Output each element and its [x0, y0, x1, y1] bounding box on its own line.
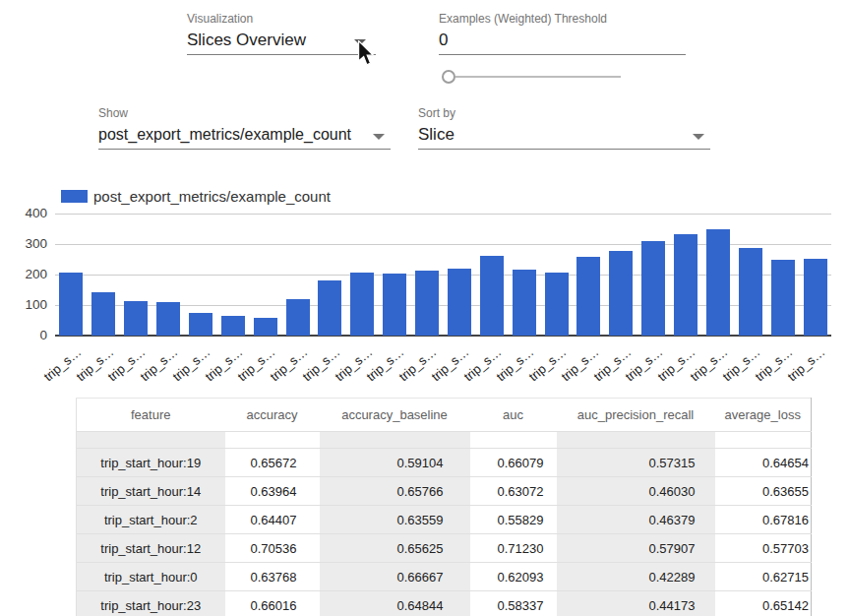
bar[interactable] [254, 318, 277, 336]
table-cell: 0.70536 [225, 534, 320, 563]
filter-cell[interactable] [557, 432, 715, 449]
table-cell: 0.64654 [715, 449, 812, 477]
bar[interactable] [221, 316, 245, 336]
y-tick-label: 0 [0, 328, 47, 343]
filter-cell[interactable] [225, 432, 320, 449]
plot-area [55, 214, 831, 336]
legend-swatch [61, 190, 88, 203]
threshold-input[interactable] [439, 30, 686, 51]
sort-by-label: Sort by [418, 106, 710, 120]
slices-overview-page: { "controls": { "visualization": { "labe… [0, 0, 849, 616]
table-cell: 0.65142 [715, 591, 812, 616]
show-value: post_export_metrics/example_count [98, 124, 391, 146]
table-row: trip_start_hour:190.656720.591040.660790… [77, 449, 812, 477]
metrics-table: featureaccuracyaccuracy_baselineaucauc_p… [76, 398, 812, 616]
slider-track[interactable] [455, 76, 621, 78]
threshold-label: Examples (Weighted) Threshold [439, 12, 686, 26]
column-header-auc: auc [470, 399, 557, 432]
bar[interactable] [706, 229, 730, 337]
table-cell: 0.66016 [225, 591, 320, 616]
bar[interactable] [91, 292, 115, 336]
bar[interactable] [739, 248, 762, 336]
visualization-label: Visualization [187, 12, 376, 26]
table-cell: 0.63768 [225, 563, 320, 591]
table-cell: trip_start_hour:14 [77, 477, 225, 506]
table-cell: 0.44173 [557, 591, 715, 616]
filter-cell[interactable] [715, 432, 812, 449]
table-cell: 0.63559 [320, 506, 470, 534]
mouse-cursor-icon [356, 40, 376, 66]
table-cell: trip_start_hour:12 [77, 534, 225, 563]
bar[interactable] [609, 251, 633, 336]
table-cell: 0.46030 [557, 477, 715, 506]
bar[interactable] [480, 256, 504, 336]
bar[interactable] [641, 241, 665, 336]
y-tick-label: 100 [0, 297, 47, 313]
bar[interactable] [513, 270, 536, 336]
filter-cell[interactable] [320, 432, 470, 449]
bar[interactable] [545, 273, 569, 336]
gridline [55, 214, 831, 215]
visualization-value: Slices Overview [187, 30, 376, 51]
table-cell: 0.62093 [470, 563, 557, 591]
table-cell: 0.66079 [470, 449, 557, 477]
show-label: Show [98, 106, 391, 120]
column-header-accuracy_baseline: accuracy_baseline [320, 399, 470, 432]
bar[interactable] [59, 273, 83, 336]
bar[interactable] [286, 299, 310, 336]
table-cell: trip_start_hour:19 [77, 449, 225, 477]
bar[interactable] [415, 271, 439, 336]
threshold-slider[interactable] [442, 69, 621, 85]
y-tick-label: 300 [0, 236, 47, 252]
bar[interactable] [189, 313, 212, 336]
table-cell: 0.57703 [715, 534, 812, 563]
table-cell: 0.46379 [557, 506, 715, 534]
bar[interactable] [383, 274, 406, 336]
table-cell: trip_start_hour:2 [77, 506, 225, 534]
bar[interactable] [771, 260, 795, 336]
table-row: trip_start_hour:20.644070.635590.558290.… [77, 506, 812, 534]
threshold-field[interactable]: Examples (Weighted) Threshold [439, 12, 686, 55]
filter-cell[interactable] [77, 432, 225, 449]
sort-by-value: Slice [418, 124, 710, 146]
y-tick-label: 400 [0, 206, 47, 221]
filter-row [77, 432, 812, 449]
bar[interactable] [318, 280, 341, 336]
bar[interactable] [124, 301, 148, 336]
table-cell: 0.63072 [470, 477, 557, 506]
table-cell: 0.64407 [225, 506, 320, 534]
table-cell: 0.57907 [557, 534, 715, 563]
table-cell: 0.64844 [320, 591, 470, 616]
slider-thumb[interactable] [442, 70, 455, 84]
table-cell: 0.63964 [225, 477, 320, 506]
bar[interactable] [350, 273, 374, 336]
table-cell: 0.58337 [470, 591, 557, 616]
table-cell: 0.63655 [715, 477, 812, 506]
bar[interactable] [674, 234, 697, 336]
bar[interactable] [448, 269, 471, 336]
table-row: trip_start_hour:120.705360.656250.712300… [77, 534, 812, 563]
visualization-select[interactable]: Visualization Slices Overview [187, 12, 376, 55]
table-cell: trip_start_hour:23 [77, 591, 225, 616]
table-cell: 0.65766 [320, 477, 470, 506]
sort-by-select[interactable]: Sort by Slice [418, 106, 710, 150]
bar[interactable] [576, 257, 600, 336]
show-select[interactable]: Show post_export_metrics/example_count [98, 106, 391, 150]
chevron-down-icon[interactable] [373, 134, 385, 140]
table-cell: 0.57315 [557, 449, 715, 477]
bar[interactable] [804, 259, 827, 336]
table-cell: 0.71230 [470, 534, 557, 563]
table-cell: 0.42289 [557, 563, 715, 591]
chevron-down-icon[interactable] [693, 134, 704, 140]
bar[interactable] [156, 302, 180, 336]
table-row: trip_start_hour:230.660160.648440.583370… [77, 591, 812, 616]
column-header-accuracy: accuracy [225, 399, 320, 432]
column-header-auc_precision_recall: auc_precision_recall [557, 399, 715, 432]
column-header-average_loss: average_loss [715, 399, 812, 432]
table-cell: 0.59104 [320, 449, 470, 477]
column-header-feature: feature [77, 399, 225, 432]
table-cell: 0.65625 [320, 534, 470, 563]
filter-cell[interactable] [470, 432, 557, 449]
table-header-row: featureaccuracyaccuracy_baselineaucauc_p… [77, 399, 812, 432]
table-cell: 0.62715 [715, 563, 812, 591]
